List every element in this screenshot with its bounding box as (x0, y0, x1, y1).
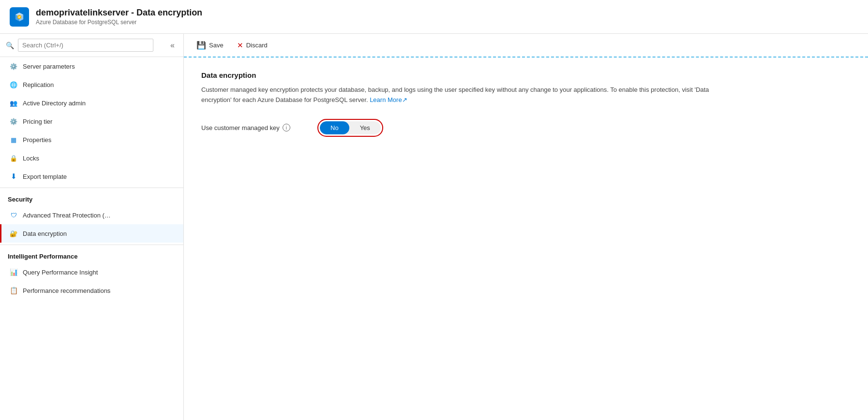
search-input[interactable] (18, 39, 153, 52)
sidebar-nav: ⚙️ Server parameters 🌐 Replication 👥 Act… (0, 57, 183, 420)
discard-button[interactable]: ✕ Discard (234, 39, 270, 52)
sidebar-item-pricing-tier[interactable]: ⚙️ Pricing tier (0, 112, 183, 130)
performance-icon: 📋 (9, 286, 18, 295)
pricing-icon: ⚙️ (9, 117, 18, 126)
header-text-block: demoprivatelinkserver - Data encryption … (36, 8, 202, 26)
discard-icon: ✕ (237, 41, 243, 50)
page-header: demoprivatelinkserver - Data encryption … (0, 0, 868, 34)
user-group-icon: 👥 (9, 99, 18, 107)
page-title: demoprivatelinkserver - Data encryption (36, 8, 202, 18)
save-button[interactable]: 💾 Save (194, 39, 226, 52)
toggle-yes-option[interactable]: Yes (349, 121, 381, 134)
sidebar-item-label: Replication (23, 81, 54, 88)
sidebar-item-label: Query Performance Insight (23, 269, 98, 276)
yes-no-toggle[interactable]: No Yes (320, 121, 381, 134)
page-subtitle: Azure Database for PostgreSQL server (36, 19, 202, 26)
sidebar-item-label: Locks (23, 155, 39, 162)
encryption-icon: 🔐 (9, 229, 18, 238)
lock-icon: 🔒 (9, 154, 18, 162)
sidebar-item-label: Server parameters (23, 63, 75, 70)
sidebar-item-data-encryption[interactable]: 🔐 Data encryption (0, 224, 183, 243)
customer-managed-key-row: Use customer managed key i No Yes (201, 119, 851, 137)
toolbar: 💾 Save ✕ Discard (184, 34, 868, 58)
sidebar-item-label: Export template (23, 173, 67, 180)
sidebar-item-label: Pricing tier (23, 118, 52, 125)
sidebar-item-label: Performance recommendations (23, 287, 110, 294)
sidebar-item-label: Advanced Threat Protection (… (23, 212, 111, 219)
app-icon (10, 7, 29, 27)
sidebar-item-label: Active Directory admin (23, 100, 86, 107)
save-icon: 💾 (196, 41, 206, 50)
sidebar-item-replication[interactable]: 🌐 Replication (0, 75, 183, 94)
gear-icon: ⚙️ (9, 62, 18, 71)
content-area: 💾 Save ✕ Discard Data encryption Custome… (184, 34, 868, 420)
sidebar-item-advanced-threat[interactable]: 🛡 Advanced Threat Protection (… (0, 206, 183, 224)
sidebar-item-label: Data encryption (23, 230, 67, 237)
sidebar-item-label: Properties (23, 136, 51, 144)
toggle-no-option[interactable]: No (320, 121, 349, 134)
content-body: Data encryption Customer managed key enc… (184, 58, 868, 420)
query-icon: 📊 (9, 268, 18, 276)
sidebar: 🔍 « ⚙️ Server parameters 🌐 Replication 👥… (0, 34, 184, 420)
security-section-header: Security (0, 188, 183, 206)
export-icon: ⬇ (9, 172, 18, 181)
sidebar-item-locks[interactable]: 🔒 Locks (0, 149, 183, 167)
sidebar-item-query-performance[interactable]: 📊 Query Performance Insight (0, 263, 183, 281)
label-text: Use customer managed key (201, 124, 280, 131)
intelligent-performance-section-header: Intelligent Performance (0, 245, 183, 263)
sidebar-item-performance-recommendations[interactable]: 📋 Performance recommendations (0, 281, 183, 300)
sidebar-item-server-parameters[interactable]: ⚙️ Server parameters (0, 57, 183, 75)
properties-icon: ▦ (9, 135, 18, 144)
toggle-container: No Yes (317, 119, 383, 137)
info-icon[interactable]: i (283, 124, 290, 131)
customer-managed-key-label: Use customer managed key i (201, 124, 308, 131)
globe-icon: 🌐 (9, 80, 18, 89)
shield-warning-icon: 🛡 (9, 211, 18, 219)
sidebar-search-bar[interactable]: 🔍 « (0, 34, 183, 57)
learn-more-link[interactable]: Learn More↗ (370, 96, 407, 103)
sidebar-item-properties[interactable]: ▦ Properties (0, 130, 183, 149)
sidebar-item-active-directory-admin[interactable]: 👥 Active Directory admin (0, 94, 183, 112)
description-text: Customer managed key encryption protects… (201, 86, 709, 103)
discard-label: Discard (246, 42, 268, 49)
data-encryption-description: Customer managed key encryption protects… (201, 85, 733, 105)
sidebar-item-export-template[interactable]: ⬇ Export template (0, 167, 183, 186)
main-layout: 🔍 « ⚙️ Server parameters 🌐 Replication 👥… (0, 34, 868, 420)
search-icon: 🔍 (6, 42, 14, 49)
data-encryption-title: Data encryption (201, 71, 851, 79)
save-label: Save (209, 42, 224, 49)
sidebar-collapse-button[interactable]: « (167, 40, 178, 51)
